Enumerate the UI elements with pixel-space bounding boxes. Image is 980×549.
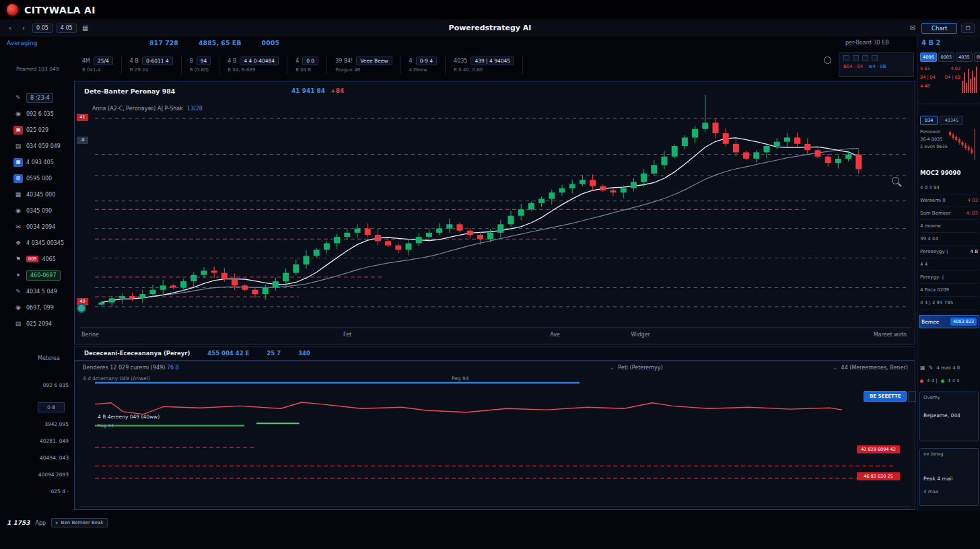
indicator-value[interactable]: Veee Beew <box>356 57 392 65</box>
indicator-group[interactable]: 4M25/4B 041-4 <box>74 55 122 74</box>
detail-row[interactable]: Som Bemeer4, 03 <box>920 207 978 220</box>
pencil-icon[interactable]: ✎ <box>929 365 934 371</box>
detail-row[interactable]: 4 4 <box>920 258 978 271</box>
oscillator-right-label[interactable]: 44 (Mereemenes, Bener) <box>841 365 908 371</box>
oscillator-sub-label: 4 d 4memany 049 (Anwei) <box>83 375 150 381</box>
zoom-icon[interactable] <box>892 177 899 184</box>
sidebar-item[interactable]: ◉0697, 099 <box>13 301 54 314</box>
summary-box[interactable]: Ovemy Bepeame, 044 <box>919 392 979 441</box>
dot-label: 4 4 | <box>927 378 938 383</box>
entry-marker[interactable] <box>77 303 86 313</box>
highlighted-position-row[interactable]: Bemee 4083 023 <box>919 315 979 328</box>
x-axis-label: Berine <box>81 332 99 338</box>
summary-box-title: Ovemy <box>923 395 940 400</box>
sidebar-item[interactable]: ▤034 059 049 <box>13 140 61 152</box>
indicator-value[interactable]: 439 | 4 94045 <box>470 57 514 65</box>
right-chip[interactable]: 600B <box>974 52 980 62</box>
mail-icon[interactable]: ✉ <box>908 24 917 32</box>
right-tab[interactable]: 034 <box>920 116 938 125</box>
indicator-sub: B (0-80) <box>190 67 211 73</box>
indicator-sub: B 041-4 <box>82 67 113 73</box>
grid-icon[interactable]: ▦ <box>920 365 925 371</box>
status-app-label: App <box>35 520 46 526</box>
panel-toggle-icon[interactable]: ▢ <box>961 24 975 33</box>
sidebar-item[interactable]: ◉0345 090 <box>13 205 52 217</box>
info-box[interactable]: ee bewg Peak 4 maii 4 maa <box>919 448 979 506</box>
main-chart-panel[interactable]: Dete-Banter Peronay 984 41 941 84 +84 An… <box>74 81 915 344</box>
sidebar-item[interactable]: ✎4034 5 049 <box>13 285 57 297</box>
right-chip[interactable]: 4035 <box>956 52 973 62</box>
sidebar-item[interactable]: ▦4 093 405 <box>13 156 54 168</box>
detail-row[interactable]: 4 0 4 94 <box>920 182 978 194</box>
timeframe-chip-a[interactable]: 0 05 <box>32 24 53 33</box>
indicator-group[interactable]: 894B (0-80) <box>182 55 220 74</box>
right-tab[interactable]: 40345 <box>940 116 963 125</box>
mini-chart-icon[interactable] <box>872 55 878 61</box>
chart-button[interactable]: Chart <box>921 23 957 34</box>
right-chip[interactable]: 0005 <box>938 52 955 62</box>
chevron-down-icon[interactable]: ⌄ <box>833 365 837 371</box>
sidebar-item-label: 4034 5 049 <box>26 289 57 295</box>
sidebar-item[interactable]: ✎8 :23-4 <box>13 92 53 104</box>
sidebar-item[interactable]: ✦460-0697 <box>13 269 61 281</box>
detail-row[interactable]: 4 moene <box>920 220 978 233</box>
ticker-row[interactable]: 4 4B <box>920 83 960 92</box>
indicator-group[interactable]: 4035439 | 4 94045B 0-40, 0-80 <box>446 55 523 74</box>
forward-icon[interactable]: › <box>19 24 28 32</box>
sidebar-stat: 092 6 035 <box>23 382 69 388</box>
right-chip[interactable]: 4006 <box>920 52 937 62</box>
panel-divider-bar[interactable]: Dececeani-Ececeananya (Pereyr) 455 004 4… <box>74 346 915 361</box>
back-icon[interactable]: ‹ <box>5 24 15 32</box>
ticker-row[interactable]: 4 034 03 <box>920 66 960 75</box>
mini-chart-panel[interactable]: B04 · 04 ≡4 · 0B <box>839 52 914 77</box>
doc-icon: ▤ <box>13 142 23 151</box>
indicator-group[interactable]: 4 B4 4 0-40484B 04, B-689 <box>219 55 287 74</box>
chevron-down-icon[interactable]: ⌄ <box>610 365 615 371</box>
mini-chart-icon[interactable] <box>843 55 849 61</box>
sidebar-item[interactable]: ▦40345 000 <box>13 188 55 200</box>
utility-row[interactable]: ▦ ✎ 4 maii 4 0 <box>920 365 960 371</box>
sidebar-item[interactable]: ⚑0054065 <box>13 253 56 265</box>
layout-grid-icon[interactable]: ▦ <box>81 24 90 32</box>
timeframe-chip-b[interactable]: 4 05 <box>57 24 77 33</box>
mini-chart-icon[interactable] <box>853 55 859 61</box>
indicator-value[interactable]: 0-6011 4 <box>142 57 173 65</box>
detail-row[interactable]: Wereemi 04 03 <box>920 194 978 207</box>
mini-chart-icon[interactable] <box>862 55 868 61</box>
indicator-value[interactable]: 4 4 0-40484 <box>240 57 279 65</box>
indicator-group[interactable]: 39 84!Veee BeewPeague 4B <box>327 55 400 74</box>
sidebar-item[interactable]: ◉092 6 035 <box>13 108 54 120</box>
status-badge[interactable]: ▸ Ben Bemeer Beak <box>51 518 108 527</box>
execute-button[interactable]: BE SEEETTE <box>864 391 907 402</box>
indicator-value[interactable]: 25/4 <box>94 57 113 65</box>
indicator-value[interactable]: 94 <box>197 57 211 65</box>
indicator-group[interactable]: 4 B0-6011 4B 29-24 <box>122 55 182 74</box>
ticker-row[interactable]: 04 | 0404 | 6B <box>920 75 960 83</box>
detail-row[interactable]: Pereeeygy |4 B <box>920 246 978 258</box>
oscillator-panel[interactable]: Benderes 12 029 curemi (949) 76 B ⌄ Peti… <box>74 361 915 510</box>
sidebar-item[interactable]: ▥0595 000 <box>13 172 52 184</box>
indicator-value[interactable]: 0-9 4 <box>416 57 437 65</box>
chart-title: Dete-Banter Peronay 984 <box>84 87 175 95</box>
indicator-value[interactable]: 0 0 <box>302 57 318 65</box>
oscillator-mid-label[interactable]: Peti (Peteremyy) <box>618 365 662 371</box>
detail-row[interactable]: 4 4 | 2 94 795 <box>920 297 978 309</box>
highlight-value-button[interactable]: 4083 023 <box>950 318 977 326</box>
alert-price-badge: 46 82 620 25 <box>857 472 900 480</box>
subheader-link[interactable]: Averaging <box>7 40 37 46</box>
right-sidebar: 4 B 2 4006 0005 4035 600B 4 034 0304 | 0… <box>917 36 980 511</box>
expand-icon[interactable] <box>908 391 916 402</box>
indicator-group[interactable]: 40 0B 04 B <box>287 55 327 74</box>
sidebar-item[interactable]: ▤025 2094 <box>13 318 52 330</box>
target-icon[interactable] <box>824 57 831 64</box>
sidebar-item[interactable]: ▣025 029 <box>13 124 48 136</box>
sidebar-item[interactable]: ✉0034 2094 <box>13 221 55 233</box>
oscillator-chart[interactable] <box>75 361 916 511</box>
sidebar-item[interactable]: ❖4 0345 00345 <box>13 237 64 249</box>
indicator-group[interactable]: 40-9 44 Weew <box>401 55 446 74</box>
x-axis-label: Ave <box>550 332 560 338</box>
detail-row[interactable]: Pereygy- | <box>920 271 978 284</box>
main-candlestick-chart[interactable] <box>75 81 916 345</box>
detail-row[interactable]: 39 4 44 <box>920 233 978 246</box>
detail-row[interactable]: 4 Paca 0209 <box>920 284 978 297</box>
